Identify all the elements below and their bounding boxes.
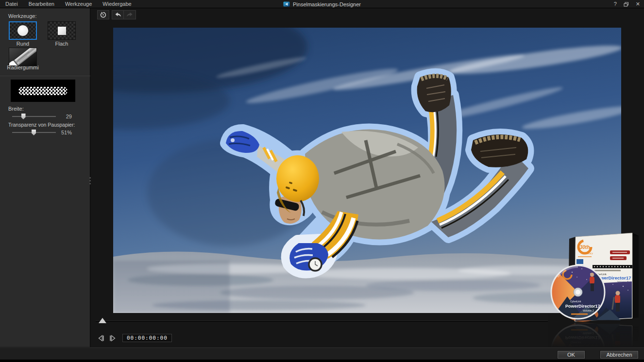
help-button[interactable]: ?	[614, 0, 617, 8]
brush-stroke-preview	[11, 80, 75, 102]
app-logo-icon	[283, 1, 290, 7]
reset-icon	[100, 11, 107, 18]
width-label: Breite:	[8, 106, 24, 112]
redo-icon	[126, 12, 134, 18]
dialog-footer: OK Abbrechen	[0, 347, 644, 360]
ok-button[interactable]: OK	[558, 351, 585, 359]
round-brush-icon	[17, 25, 28, 36]
next-frame-button[interactable]	[108, 334, 116, 342]
window-title-area: Pinselmaskierungs-Designer	[283, 0, 361, 8]
pinselmaskierungs-designer-window: { "titlebar": { "title": "Pinselmaskieru…	[0, 0, 644, 362]
redo-button[interactable]	[124, 10, 136, 19]
restore-button[interactable]	[624, 2, 629, 7]
previous-frame-button[interactable]	[97, 334, 105, 342]
menubar: Datei Bearbeiten Werkzeuge Wiedergabe Pi…	[0, 0, 644, 8]
cancel-button[interactable]: Abbrechen	[600, 351, 638, 359]
window-bottom-edge	[0, 360, 644, 362]
tracing-opacity-label: Transparenz von Pauspapier:	[8, 122, 75, 128]
undo-button[interactable]	[112, 10, 124, 19]
close-button[interactable]: ✕	[636, 0, 640, 8]
timeline-playhead[interactable]	[99, 318, 106, 323]
width-slider-thumb[interactable]	[21, 114, 26, 119]
undo-icon	[114, 12, 122, 18]
tools-panel-title: Werkzeuge:	[8, 13, 37, 19]
panel-separator	[0, 76, 90, 76]
tools-panel: Werkzeuge: Rund Flach	[0, 8, 90, 347]
next-frame-icon	[109, 335, 116, 342]
menu-werkzeuge[interactable]: Werkzeuge	[60, 0, 97, 8]
designer-workspace: 00:00:00:00	[91, 8, 644, 347]
tool-flat-label: Flach	[48, 41, 76, 47]
width-slider-track[interactable]	[12, 116, 56, 117]
cloud-deck	[113, 251, 621, 313]
window-title: Pinselmaskierungs-Designer	[293, 1, 361, 7]
tool-eraser[interactable]	[9, 48, 37, 66]
transport-controls: 00:00:00:00	[97, 334, 172, 342]
tracing-opacity-value: 51%	[52, 130, 72, 135]
video-frame	[113, 28, 621, 313]
width-value: 29	[52, 114, 72, 119]
timeline[interactable]	[96, 317, 642, 325]
tool-round-label: Rund	[9, 41, 37, 47]
tool-flat-brush[interactable]	[48, 21, 76, 40]
brush-stroke-sample	[18, 87, 68, 95]
eraser-icon	[9, 48, 36, 66]
menu-datei[interactable]: Datei	[0, 0, 23, 8]
width-slider[interactable]	[12, 114, 56, 119]
panel-collapse-handle[interactable]	[89, 172, 91, 189]
flat-brush-icon	[58, 27, 66, 35]
tracing-slider-thumb[interactable]	[32, 130, 36, 135]
menu-bearbeiten[interactable]: Bearbeiten	[23, 0, 60, 8]
preview-canvas[interactable]	[113, 28, 621, 313]
timeline-track[interactable]	[96, 320, 642, 322]
timecode-display[interactable]: 00:00:00:00	[122, 334, 172, 342]
tool-round-brush[interactable]	[9, 21, 37, 40]
previous-frame-icon	[98, 335, 105, 342]
tool-eraser-label: Radiergummi	[2, 65, 44, 70]
reset-button[interactable]	[97, 10, 109, 19]
edit-toolbar	[97, 10, 136, 19]
tracing-opacity-slider[interactable]	[12, 130, 56, 135]
menu-wiedergabe[interactable]: Wiedergabe	[97, 0, 136, 8]
